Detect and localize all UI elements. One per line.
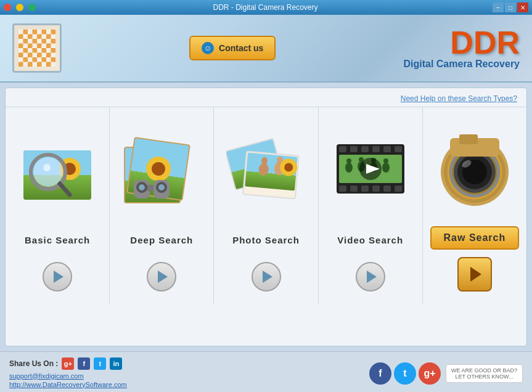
main-content: Need Help on these Search Types? — [5, 88, 527, 346]
photo-search-label: Photo Search — [232, 235, 300, 245]
contact-button[interactable]: ☺ Contact us — [189, 36, 276, 60]
facebook-icon[interactable]: f — [78, 357, 90, 370]
svg-rect-37 — [361, 186, 369, 192]
deep-search-icon — [121, 126, 202, 212]
svg-rect-29 — [339, 146, 346, 152]
svg-point-43 — [346, 158, 351, 163]
person-icon: ☺ — [202, 42, 214, 54]
feedback-line1: WE ARE GOOD OR BAD? — [451, 367, 517, 374]
svg-rect-62 — [459, 134, 478, 144]
video-search-icon — [330, 126, 411, 212]
basic-search-icon — [17, 126, 97, 212]
deep-search-column: Deep Search — [110, 107, 214, 304]
window-controls: − □ ✕ — [493, 2, 528, 12]
basic-search-icon-area — [14, 120, 100, 218]
svg-rect-40 — [395, 186, 402, 192]
svg-rect-39 — [383, 186, 391, 192]
svg-rect-31 — [361, 146, 369, 152]
window-title: DDR - Digital Camera Recovery — [38, 3, 493, 12]
search-grid: Basic Search — [6, 107, 526, 304]
dot-yellow — [16, 4, 23, 11]
twitter-icon[interactable]: t — [94, 357, 106, 370]
dot-red — [4, 4, 11, 11]
support-email[interactable]: support@fixdigicam.com — [9, 372, 127, 380]
share-row: Share Us On : g+ f t in — [9, 357, 127, 370]
google-plus-icon[interactable]: g+ — [62, 357, 74, 370]
svg-point-48 — [382, 163, 390, 173]
basic-search-label: Basic Search — [25, 235, 90, 245]
raw-search-column: Raw Search — [423, 107, 526, 304]
svg-point-18 — [158, 184, 165, 190]
brand-subtitle: Digital Camera Recovery — [403, 59, 520, 70]
footer-facebook-icon[interactable]: f — [369, 362, 391, 385]
footer-left: Share Us On : g+ f t in support@fixdigic… — [9, 357, 127, 390]
video-search-play-button[interactable] — [356, 262, 385, 292]
logo-icon — [18, 30, 55, 67]
deep-search-play-button[interactable] — [147, 262, 176, 292]
footer-right: f t g+ WE ARE GOOD OR BAD? LET OTHERS KN… — [369, 362, 523, 385]
deep-search-icon-area — [118, 120, 205, 218]
raw-search-button[interactable]: Raw Search — [430, 226, 520, 250]
raw-search-play-button[interactable] — [457, 257, 492, 292]
linkedin-icon[interactable]: in — [110, 357, 122, 370]
feedback-line2: LET OTHERS KNOW... — [451, 374, 517, 380]
feedback-box[interactable]: WE ARE GOOD OR BAD? LET OTHERS KNOW... — [446, 364, 523, 383]
svg-rect-34 — [395, 146, 402, 152]
maximize-button[interactable]: □ — [505, 2, 516, 12]
minimize-button[interactable]: − — [493, 2, 504, 12]
video-search-label: Video Search — [337, 235, 403, 245]
svg-point-49 — [383, 158, 388, 163]
video-search-icon-area — [327, 120, 414, 218]
svg-rect-32 — [372, 146, 380, 152]
video-search-column: Video Search — [319, 107, 423, 304]
svg-rect-30 — [350, 146, 358, 152]
titlebar: DDR - Digital Camera Recovery − □ ✕ — [0, 0, 532, 15]
brand-name: DDR — [403, 27, 520, 59]
basic-search-column: Basic Search — [6, 107, 110, 304]
svg-point-7 — [43, 164, 51, 171]
svg-point-11 — [152, 162, 165, 176]
photo-search-column: Photo Search — [214, 107, 318, 304]
basic-search-play-button[interactable] — [43, 262, 72, 292]
footer-googleplus-icon[interactable]: g+ — [419, 362, 441, 385]
photo-search-icon-area — [223, 120, 309, 218]
photo-search-icon — [226, 126, 306, 212]
svg-rect-33 — [383, 146, 391, 152]
share-label: Share Us On : — [9, 359, 58, 368]
raw-search-icon — [435, 126, 515, 212]
brand-area: DDR Digital Camera Recovery — [403, 27, 520, 70]
footer: Share Us On : g+ f t in support@fixdigic… — [0, 351, 532, 392]
photo-search-play-button[interactable] — [252, 262, 281, 292]
header: ☺ Contact us DDR Digital Camera Recovery — [0, 15, 532, 83]
raw-search-icon-area — [432, 120, 518, 218]
app-logo — [12, 23, 62, 73]
svg-rect-35 — [339, 186, 346, 192]
svg-point-42 — [345, 163, 353, 173]
deep-search-label: Deep Search — [130, 235, 193, 245]
close-button[interactable]: ✕ — [517, 2, 528, 12]
svg-rect-36 — [350, 186, 358, 192]
website-link[interactable]: http://www.DataRecoverySoftware.com — [9, 381, 127, 388]
footer-twitter-icon[interactable]: t — [394, 362, 416, 385]
svg-point-17 — [139, 184, 145, 190]
svg-rect-38 — [372, 186, 380, 192]
help-link[interactable]: Need Help on these Search Types? — [401, 94, 517, 103]
dot-green — [28, 4, 36, 11]
